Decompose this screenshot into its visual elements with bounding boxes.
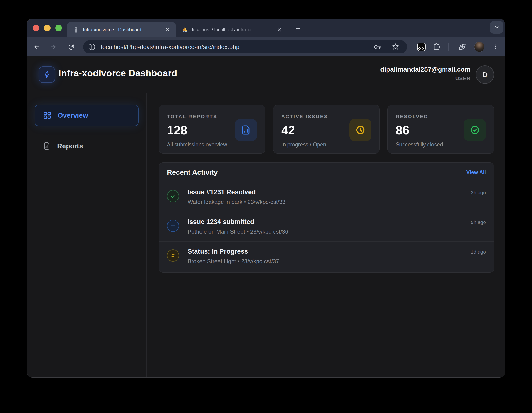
stats-row: TOTAL REPORTS 128 All submissions overvi… — [159, 105, 494, 154]
page-header: Infra-xodivorce Dashboard dipalimandal25… — [27, 56, 505, 93]
password-key-icon[interactable] — [373, 42, 382, 52]
performance-leaf-icon — [458, 42, 467, 52]
user-role-badge: USER — [380, 76, 471, 81]
sidebar-item-reports[interactable]: Reports — [35, 135, 139, 157]
browser-window: Infra-xodivorce - Dashboard PMA localhos… — [27, 19, 505, 378]
recent-activity-title: Recent Activity — [167, 168, 218, 176]
activity-timestamp: 1d ago — [471, 249, 486, 255]
stat-description: Successfully closed — [396, 142, 494, 148]
activity-title: Status: In Progress — [188, 248, 471, 255]
site-info-favicon — [73, 27, 79, 33]
activity-row-in-progress[interactable]: Status: In Progress Broken Street Light … — [159, 241, 494, 272]
stat-card-total-reports: TOTAL REPORTS 128 All submissions overvi… — [159, 105, 265, 154]
bookmark-star-icon[interactable] — [391, 42, 400, 51]
stat-label: TOTAL REPORTS — [167, 114, 265, 119]
performance-button[interactable] — [456, 40, 469, 53]
file-chart-icon — [43, 142, 51, 150]
main-content: TOTAL REPORTS 128 All submissions overvi… — [147, 93, 505, 378]
user-avatar[interactable]: D — [476, 66, 494, 84]
maximize-window-button[interactable] — [55, 25, 62, 31]
close-tab-icon[interactable] — [275, 26, 283, 34]
stat-description: In progress / Open — [281, 142, 380, 148]
activity-title: Issue #1231 Resolved — [188, 188, 471, 196]
tab-search-button[interactable] — [490, 21, 503, 34]
sidebar-item-label: Overview — [58, 112, 88, 119]
tab-strip: Infra-xodivorce - Dashboard PMA localhos… — [27, 19, 505, 38]
stat-label: RESOLVED — [396, 114, 494, 119]
stat-card-resolved: RESOLVED 86 Successfully closed — [388, 105, 494, 154]
sidebar-item-overview[interactable]: Overview — [35, 105, 139, 126]
extensions-button[interactable] — [430, 40, 443, 53]
close-tab-icon[interactable] — [164, 26, 171, 34]
tab-separator — [290, 24, 290, 32]
grid-icon — [43, 111, 52, 120]
url-text[interactable]: localhost/Php-devs/infra-xodivorce-in/sr… — [101, 43, 373, 51]
profile-avatar — [474, 42, 484, 52]
page-title: Infra-xodivorce Dashboard — [59, 68, 177, 78]
activity-timestamp: 2h ago — [471, 190, 486, 195]
check-icon — [167, 190, 179, 202]
document-chart-icon — [235, 119, 257, 141]
svg-text:PMA: PMA — [183, 31, 187, 33]
browser-profile-button[interactable] — [473, 40, 486, 53]
minimize-window-button[interactable] — [44, 25, 51, 31]
tab-phpmyadmin[interactable]: PMA localhost / localhost / infra-xo — [176, 22, 287, 38]
address-bar[interactable]: localhost/Php-devs/infra-xodivorce-in/sr… — [83, 40, 407, 53]
back-button[interactable] — [30, 40, 43, 53]
close-window-button[interactable] — [33, 25, 39, 31]
phpmyadmin-favicon: PMA — [182, 27, 188, 33]
stat-description: All submissions overview — [167, 142, 265, 148]
activity-row-resolved[interactable]: Issue #1231 Resolved Water leakage in pa… — [159, 182, 494, 212]
refresh-icon — [167, 249, 179, 262]
activity-timestamp: 5h ago — [471, 220, 486, 225]
extension-oo-icon — [417, 43, 426, 51]
activity-description: Water leakage in park • 23/v/kpc-cst/33 — [188, 199, 471, 205]
forward-button[interactable] — [47, 40, 60, 53]
sidebar-item-label: Reports — [57, 142, 83, 150]
browser-toolbar: localhost/Php-devs/infra-xodivorce-in/sr… — [27, 38, 505, 56]
activity-description: Broken Street Light • 23/v/kpc-cst/37 — [188, 258, 471, 265]
recent-activity-header: Recent Activity View All — [159, 163, 494, 182]
reload-icon — [67, 43, 75, 51]
window-controls — [33, 25, 62, 31]
user-info: dipalimandal257@gmail.com USER — [380, 66, 471, 81]
tab-title: Infra-xodivorce - Dashboard — [83, 27, 141, 32]
clock-icon — [349, 119, 371, 141]
forward-icon — [49, 43, 57, 51]
toolbar-separator — [448, 43, 449, 51]
back-icon — [33, 43, 40, 51]
user-email: dipalimandal257@gmail.com — [380, 66, 471, 73]
site-info-icon[interactable] — [87, 42, 96, 51]
dashboard-page: Infra-xodivorce Dashboard dipalimandal25… — [27, 56, 505, 378]
kebab-menu-icon — [492, 43, 499, 50]
tab-dashboard[interactable]: Infra-xodivorce - Dashboard — [67, 22, 176, 38]
activity-description: Pothole on Main Street • 23/v/kpc-cst/36 — [188, 228, 471, 235]
extension-oo-button[interactable] — [415, 40, 428, 53]
browser-menu-button[interactable] — [489, 40, 502, 53]
tab-title: localhost / localhost / infra-xo — [192, 27, 253, 32]
activity-title: Issue 1234 submitted — [188, 218, 471, 226]
activity-row-submitted[interactable]: Issue 1234 submitted Pothole on Main Str… — [159, 212, 494, 241]
recent-activity-panel: Recent Activity View All Issue #1231 Res… — [159, 163, 494, 273]
stat-card-active-issues: ACTIVE ISSUES 42 In progress / Open — [273, 105, 380, 154]
plus-icon — [167, 220, 179, 232]
stat-label: ACTIVE ISSUES — [281, 114, 380, 119]
sidebar: Overview Reports — [27, 93, 147, 378]
lightning-bolt-icon — [43, 70, 51, 79]
new-tab-button[interactable] — [294, 24, 303, 33]
check-circle-icon — [464, 119, 486, 141]
reload-button[interactable] — [65, 40, 78, 53]
view-all-link[interactable]: View All — [466, 169, 486, 175]
app-logo — [38, 67, 55, 83]
chevron-down-icon — [494, 24, 500, 30]
extensions-puzzle-icon — [432, 42, 441, 51]
